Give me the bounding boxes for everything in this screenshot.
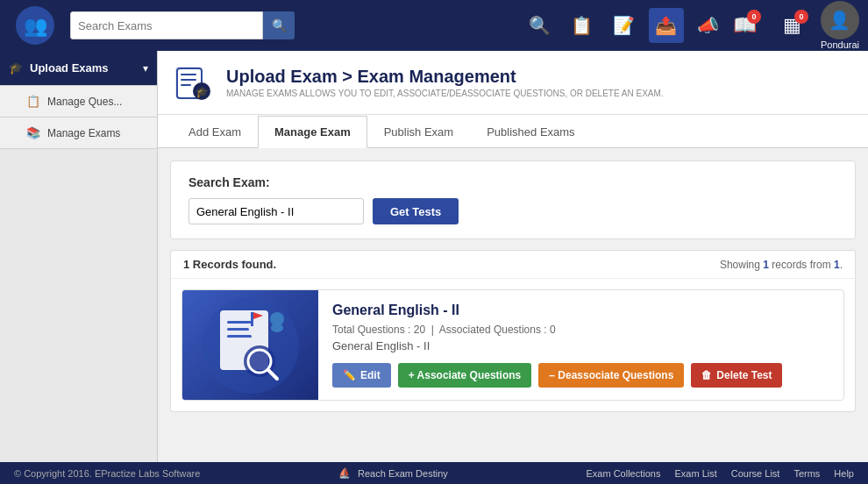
delete-test-button[interactable]: 🗑 Delete Test	[691, 363, 782, 388]
delete-icon: 🗑	[701, 369, 712, 381]
exam-card-body: General English - II Total Questions : 2…	[318, 290, 843, 400]
search-row: Get Tests	[189, 198, 837, 224]
deassociate-questions-button[interactable]: – Deassociate Questions	[538, 363, 684, 388]
search-area: 🔍	[70, 11, 505, 39]
svg-rect-6	[181, 84, 191, 86]
sidebar-manage-exams-label: Manage Exams	[47, 127, 120, 139]
search-exam-label: Search Exam:	[189, 175, 837, 189]
results-header: 1 Records found. Showing 1 records from …	[170, 250, 856, 279]
svg-rect-4	[181, 74, 196, 75]
nav-edit-button[interactable]: 📝	[607, 8, 642, 43]
edit-button[interactable]: ✏️ Edit	[332, 363, 391, 388]
footer-center: ⛵ Reach Exam Destiny	[338, 467, 448, 479]
svg-rect-12	[227, 328, 249, 331]
sidebar-item-manage-exams[interactable]: 📚 Manage Exams	[0, 117, 157, 149]
exam-actions: ✏️ Edit + Associate Questions – Deassoci…	[332, 363, 829, 388]
username-label: Pondurai	[821, 39, 859, 50]
notification-book-button[interactable]: 📖 0	[726, 6, 765, 45]
results-container: 1 Records found. Showing 1 records from …	[170, 250, 856, 412]
page-title: Upload Exam > Exam Management	[226, 67, 664, 87]
page-content: Search Exam: Get Tests 1 Records found. …	[158, 148, 868, 462]
search-icon: 🔍	[272, 18, 287, 32]
list-icon: 📋	[26, 95, 40, 108]
chevron-icon: ▾	[143, 62, 148, 75]
search-input[interactable]	[70, 11, 263, 39]
showing-count: 1	[763, 259, 769, 271]
exam-card: General English - II Total Questions : 2…	[181, 289, 844, 401]
layers-icon: 📚	[26, 126, 40, 139]
nav-upload-button[interactable]: 📤	[649, 8, 684, 43]
app-header: 👥 🔍 🔍 📋 📝 📤 📣 📖 0 ▦ 0 👤 Pondurai	[0, 0, 868, 51]
footer-link-help[interactable]: Help	[834, 468, 854, 479]
page-subtitle: MANAGE EXAMS ALLOWS YOU TO EDIT, ASSOCIA…	[226, 89, 664, 98]
logo: 👥	[9, 6, 61, 45]
svg-text:👥: 👥	[24, 14, 48, 38]
main-layout: 🎓 Upload Exams ▾ 📋 Manage Ques... 📚 Mana…	[0, 51, 868, 462]
book-notif-badge: 0	[747, 10, 761, 24]
footer-link-exam-collections[interactable]: Exam Collections	[586, 468, 660, 479]
exam-description: General English - II	[332, 339, 829, 352]
footer-boat-icon: ⛵	[338, 467, 351, 479]
sidebar-upload-label: Upload Exams	[30, 61, 136, 75]
showing-total: 1	[834, 259, 840, 271]
svg-point-20	[271, 324, 283, 332]
tabs-bar: Add Exam Manage Exam Publish Exam Publis…	[158, 115, 868, 148]
tab-published-exams[interactable]: Published Exams	[470, 116, 591, 148]
search-button[interactable]: 🔍	[263, 11, 295, 39]
sidebar: 🎓 Upload Exams ▾ 📋 Manage Ques... 📚 Mana…	[0, 51, 158, 462]
footer-link-exam-list[interactable]: Exam List	[674, 468, 716, 479]
grid-notif-badge: 0	[794, 10, 808, 24]
nav-view-button[interactable]: 🔍	[523, 8, 558, 43]
exam-card-image	[182, 290, 318, 400]
footer-tagline: Reach Exam Destiny	[358, 468, 448, 479]
logo-icon: 👥	[16, 6, 54, 45]
showing-text: Showing 1 records from 1.	[720, 259, 843, 271]
tab-publish-exam[interactable]: Publish Exam	[367, 116, 470, 148]
notification-grid-button[interactable]: ▦ 0	[773, 6, 812, 45]
page-header-text: Upload Exam > Exam Management MANAGE EXA…	[226, 67, 664, 98]
results-body: General English - II Total Questions : 2…	[170, 279, 856, 412]
copyright-text: © Copyright 2016. EPractize Labs Softwar…	[14, 468, 200, 479]
svg-rect-14	[251, 312, 253, 326]
exam-illustration	[198, 293, 303, 398]
get-tests-button[interactable]: Get Tests	[373, 198, 459, 224]
associated-questions: Associated Questions : 0	[439, 324, 556, 336]
search-exam-card: Search Exam: Get Tests	[170, 160, 856, 239]
records-found-label: 1 Records found.	[183, 258, 276, 271]
svg-rect-11	[227, 321, 253, 324]
exam-title: General English - II	[332, 302, 829, 318]
page-header-icon: 🎓	[172, 61, 214, 103]
user-area[interactable]: 👤 Pondurai	[821, 1, 859, 50]
total-questions: Total Questions : 20	[332, 324, 425, 336]
svg-rect-13	[227, 335, 252, 338]
upload-icon: 🎓	[9, 61, 23, 75]
footer-link-terms[interactable]: Terms	[793, 468, 820, 479]
exam-meta: Total Questions : 20 | Associated Questi…	[332, 324, 829, 336]
tab-manage-exam[interactable]: Manage Exam	[258, 116, 367, 148]
footer-links: Exam Collections Exam List Course List T…	[586, 468, 854, 479]
header-right: 📖 0 ▦ 0 👤 Pondurai	[726, 1, 859, 50]
edit-icon: ✏️	[343, 369, 356, 381]
svg-rect-5	[181, 79, 196, 81]
sidebar-item-manage-questions[interactable]: 📋 Manage Ques...	[0, 86, 157, 117]
sidebar-manage-ques-label: Manage Ques...	[47, 96, 122, 108]
tab-add-exam[interactable]: Add Exam	[172, 116, 258, 148]
associate-questions-button[interactable]: + Associate Questions	[398, 363, 532, 388]
content-area: 🎓 Upload Exam > Exam Management MANAGE E…	[158, 51, 868, 462]
footer: © Copyright 2016. EPractize Labs Softwar…	[0, 462, 868, 484]
nav-publish-button[interactable]: 📣	[691, 8, 726, 43]
footer-link-course-list[interactable]: Course List	[731, 468, 780, 479]
svg-text:🎓: 🎓	[196, 85, 209, 98]
nav-icons-area: 🔍 📋 📝 📤 📣	[523, 8, 726, 43]
exam-search-input[interactable]	[189, 198, 364, 224]
avatar[interactable]: 👤	[821, 1, 859, 39]
page-header: 🎓 Upload Exam > Exam Management MANAGE E…	[158, 51, 868, 115]
sidebar-item-upload-exams[interactable]: 🎓 Upload Exams ▾	[0, 51, 157, 86]
nav-copy-button[interactable]: 📋	[565, 8, 600, 43]
